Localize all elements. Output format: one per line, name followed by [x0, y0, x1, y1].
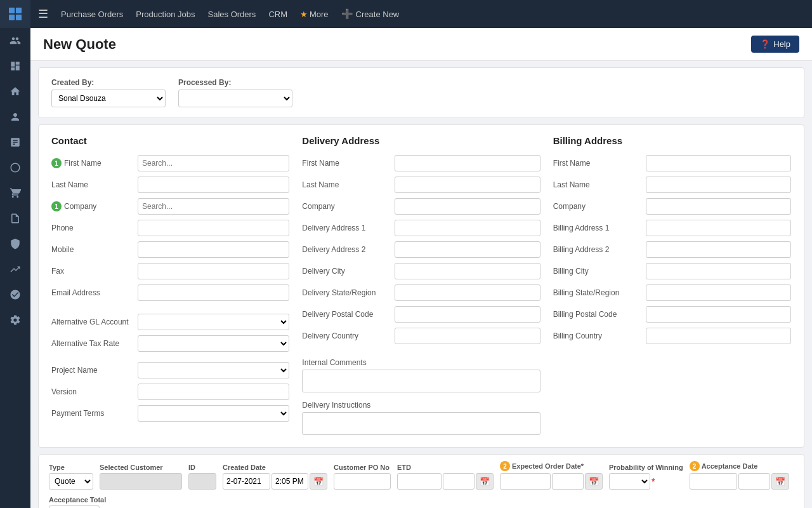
- selected-customer-label: Selected Customer: [100, 464, 182, 471]
- help-button[interactable]: ❓ Help: [751, 36, 799, 53]
- contact-first-name-input[interactable]: [138, 155, 289, 171]
- contact-mobile-input[interactable]: [138, 241, 289, 258]
- expected-order-label-group: 2 Expected Order Date*: [500, 461, 603, 471]
- svg-rect-1: [16, 8, 22, 13]
- customer-po-input[interactable]: [334, 473, 391, 490]
- delivery-last-name-input[interactable]: [395, 177, 540, 193]
- delivery-state-input[interactable]: [395, 284, 540, 301]
- hamburger-menu[interactable]: ☰: [38, 7, 48, 21]
- created-by-field: Created By: Sonal Dsouza: [51, 78, 166, 107]
- processed-by-label: Processed By:: [178, 78, 292, 87]
- company-row: 1 Company: [51, 198, 289, 215]
- delivery-address2-input[interactable]: [395, 241, 540, 258]
- created-by-select[interactable]: Sonal Dsouza: [51, 90, 166, 107]
- first-name-label: First Name: [64, 159, 147, 168]
- contact-version-input[interactable]: [138, 384, 289, 400]
- last-name-label: Last Name: [51, 180, 134, 189]
- nav-crm[interactable]: CRM: [263, 7, 292, 22]
- delivery-country-input[interactable]: [395, 328, 540, 344]
- expected-order-date-input[interactable]: [500, 473, 551, 490]
- payment-select[interactable]: [138, 405, 289, 422]
- meta-row: Created By: Sonal Dsouza Processed By:: [51, 78, 791, 107]
- acceptance-date-calendar-btn[interactable]: 📅: [771, 473, 789, 490]
- alt-tax-select[interactable]: [138, 335, 289, 352]
- contact-column: Contact 1 First Name Last Name: [51, 135, 289, 437]
- created-date-calendar-btn[interactable]: 📅: [310, 473, 327, 490]
- nav-purchase-orders[interactable]: Purchase Orders: [56, 7, 128, 22]
- sidebar-item-user[interactable]: [0, 104, 30, 130]
- topnav: ☰ Purchase Orders Production Jobs Sales …: [30, 0, 812, 28]
- billing-first-name-input[interactable]: [646, 155, 791, 171]
- bil-company-label: Company: [553, 202, 642, 211]
- id-label: ID: [188, 464, 216, 471]
- sidebar-item-dashboard[interactable]: [0, 53, 30, 79]
- delivery-city-input[interactable]: [395, 263, 540, 279]
- delivery-instructions-group: Delivery Instructions: [302, 401, 540, 437]
- nav-sales-orders[interactable]: Sales Orders: [203, 7, 261, 22]
- sidebar-item-cart[interactable]: [0, 180, 30, 206]
- billing-state-input[interactable]: [646, 284, 791, 301]
- contact-fax-input[interactable]: [138, 263, 289, 279]
- version-row: Version: [51, 384, 289, 400]
- sidebar-item-home[interactable]: [0, 79, 30, 104]
- help-icon: ❓: [760, 39, 770, 49]
- contact-company-input[interactable]: [138, 198, 289, 215]
- processed-by-select[interactable]: [178, 90, 292, 107]
- first-name-label-group: 1 First Name: [51, 158, 134, 168]
- type-select[interactable]: Quote: [49, 473, 93, 490]
- probability-select[interactable]: [609, 473, 650, 490]
- billing-city-input[interactable]: [646, 263, 791, 279]
- etd-calendar-btn[interactable]: 📅: [476, 473, 494, 490]
- created-by-label: Created By:: [51, 78, 166, 87]
- type-label: Type: [49, 464, 93, 471]
- sidebar-item-badge[interactable]: [0, 231, 30, 257]
- expected-order-calendar-btn[interactable]: 📅: [585, 473, 603, 490]
- customer-po-group: Customer PO No: [334, 464, 391, 490]
- delivery-address1-input[interactable]: [395, 220, 540, 236]
- nav-more[interactable]: ★ More: [295, 7, 334, 22]
- contact-last-name-input[interactable]: [138, 177, 289, 193]
- sidebar-item-docs[interactable]: [0, 206, 30, 231]
- etd-time-input[interactable]: [443, 473, 475, 490]
- del-last-name-row: Last Name: [302, 177, 540, 193]
- alt-gl-select[interactable]: [138, 314, 289, 330]
- sidebar-item-settings[interactable]: [0, 307, 30, 333]
- created-date-group: Created Date 📅: [223, 464, 327, 490]
- company-label: Company: [64, 202, 147, 211]
- billing-last-name-input[interactable]: [646, 177, 791, 193]
- app-logo[interactable]: [0, 0, 30, 28]
- expected-order-time-input[interactable]: [552, 473, 584, 490]
- acceptance-total-input[interactable]: [49, 505, 100, 508]
- billing-address1-input[interactable]: [646, 220, 791, 236]
- page-title: New Quote: [43, 36, 116, 53]
- etd-date-input[interactable]: [397, 473, 442, 490]
- contact-phone-input[interactable]: [138, 220, 289, 236]
- bil-address2-label: Billing Address 2: [553, 245, 642, 254]
- internal-comments-textarea[interactable]: [302, 370, 540, 392]
- nav-production-jobs[interactable]: Production Jobs: [131, 7, 200, 22]
- del-postal-label: Delivery Postal Code: [302, 310, 391, 319]
- delivery-postal-input[interactable]: [395, 306, 540, 323]
- sidebar-item-analytics[interactable]: [0, 257, 30, 282]
- selected-customer-input[interactable]: [100, 473, 182, 490]
- delivery-company-input[interactable]: [395, 198, 540, 215]
- sidebar-item-chart[interactable]: [0, 130, 30, 155]
- acceptance-date-input[interactable]: [690, 473, 737, 490]
- billing-company-input[interactable]: [646, 198, 791, 215]
- created-date-input[interactable]: [223, 473, 270, 490]
- delivery-instructions-textarea[interactable]: [302, 412, 540, 435]
- sidebar-item-circle[interactable]: [0, 155, 30, 180]
- contact-email-input[interactable]: [138, 284, 289, 301]
- acceptance-time-input[interactable]: [738, 473, 770, 490]
- sidebar-item-award[interactable]: [0, 282, 30, 307]
- project-select[interactable]: [138, 362, 289, 378]
- acceptance-total-group: Acceptance Total $: [49, 496, 106, 508]
- nav-create-new[interactable]: ➕ Create New: [336, 6, 405, 22]
- billing-country-input[interactable]: [646, 328, 791, 344]
- created-time-input[interactable]: [272, 473, 308, 490]
- billing-address2-input[interactable]: [646, 241, 791, 258]
- delivery-first-name-input[interactable]: [395, 155, 540, 171]
- billing-postal-input[interactable]: [646, 306, 791, 323]
- sidebar-item-people[interactable]: [0, 28, 30, 53]
- created-date-label: Created Date: [223, 464, 327, 471]
